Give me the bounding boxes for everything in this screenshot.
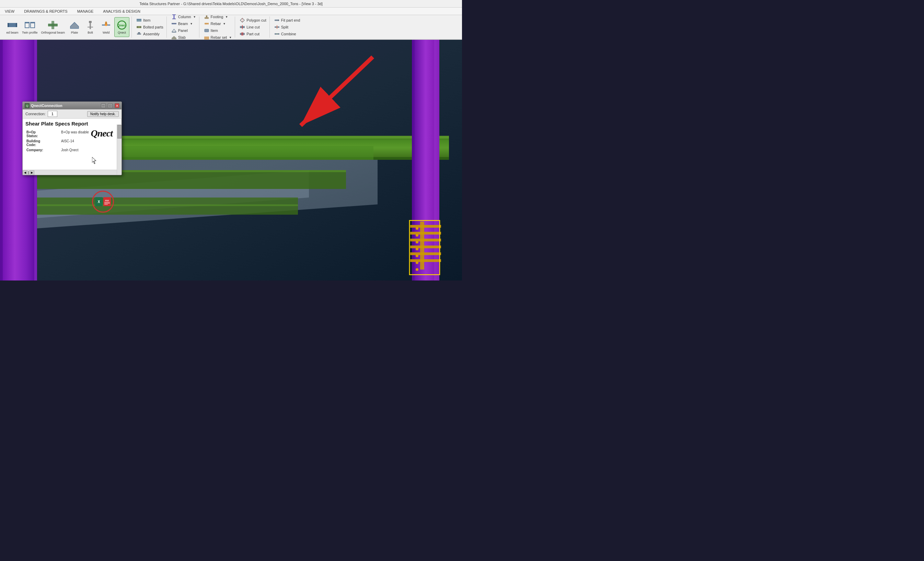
svg-rect-82 — [420, 221, 424, 269]
pdf-export-icon[interactable]: PDF — [104, 197, 111, 206]
svg-rect-56 — [274, 33, 277, 34]
orthogonal-beam-icon — [47, 19, 58, 30]
orthogonal-beam-button[interactable]: Orthogonal beam — [40, 17, 67, 37]
title-bar: Tekla Structures Partner - G:\Shared dri… — [0, 0, 462, 7]
rebar-set-icon — [204, 34, 209, 40]
dialog-maximize-button[interactable]: □ — [108, 103, 112, 108]
qnect-button[interactable]: Qnect Qnect — [114, 17, 129, 37]
qnect-connection-dialog: Q QnectConnection ─ □ ✕ Connection: Noti… — [22, 102, 122, 175]
footing-icon — [204, 14, 209, 19]
ed-beam-icon — [7, 19, 18, 30]
menu-drawings-reports[interactable]: DRAWINGS & REPORTS — [22, 9, 69, 14]
scrollbar-thumb-v[interactable] — [117, 125, 122, 139]
vertical-scrollbar[interactable] — [117, 124, 122, 175]
bolted-parts-icon — [136, 24, 142, 30]
scroll-left-button[interactable]: ◀ — [22, 171, 27, 175]
svg-point-83 — [416, 227, 418, 230]
dialog-titlebar[interactable]: Q QnectConnection ─ □ ✕ — [22, 102, 122, 109]
item2-button[interactable]: Item — [203, 27, 233, 34]
fit-part-end-label: Fit part end — [281, 18, 300, 22]
assembly-label: Assembly — [143, 32, 160, 36]
weld-label: Weld — [103, 31, 110, 34]
svg-point-86 — [416, 248, 418, 250]
scroll-right-button[interactable]: ▶ — [30, 171, 34, 175]
combine-button[interactable]: Combine — [273, 31, 302, 37]
item2-label: Item — [211, 28, 218, 33]
dialog-close-button[interactable]: ✕ — [115, 103, 120, 108]
polygon-cut-icon — [240, 18, 245, 23]
twin-profile-button[interactable]: Twin profile — [21, 17, 39, 37]
part-cut-icon — [240, 31, 245, 37]
export-icons-group: X PDF — [95, 197, 111, 206]
column-icon — [171, 14, 177, 19]
qnect-logo-text: Qnect — [91, 128, 112, 139]
line-cut-button[interactable]: Line cut — [238, 24, 267, 30]
beam2-icon — [171, 21, 177, 26]
weld-button[interactable]: Weld — [99, 17, 114, 37]
bolt-button[interactable]: Bolt — [83, 17, 98, 37]
xlsx-export-icon[interactable]: X — [95, 197, 103, 206]
panel-label: Panel — [178, 28, 188, 33]
svg-rect-41 — [205, 29, 209, 32]
part-cut-button[interactable]: Part cut — [238, 31, 267, 37]
ed-beam-label: ed beam — [6, 31, 18, 34]
svg-point-25 — [137, 33, 138, 34]
menu-analysis-design[interactable]: ANALYSIS & DESIGN — [102, 9, 142, 14]
column-dropdown[interactable]: ▼ — [193, 15, 196, 18]
scrollbar-thumb-h[interactable] — [28, 171, 29, 175]
split-label: Split — [281, 25, 288, 29]
report-row-company: Company: Josh Qnect — [26, 147, 118, 153]
bolt-icon — [85, 19, 96, 30]
toolbar-cut-group: Polygon cut Line cut Part cut — [237, 16, 270, 38]
slab-button[interactable]: Slab — [170, 34, 197, 40]
fit-part-end-button[interactable]: Fit part end — [273, 17, 302, 23]
rebar-dropdown[interactable]: ▼ — [223, 22, 226, 25]
rebar-set-label: Rebar set — [211, 35, 227, 39]
rebar-button[interactable]: Rebar ▼ — [203, 21, 233, 27]
svg-rect-80 — [410, 252, 441, 255]
svg-rect-44 — [204, 39, 209, 39]
connection-label: Connection: — [26, 112, 46, 116]
rebar-set-dropdown[interactable]: ▼ — [229, 36, 232, 39]
beam-label: Beam — [178, 22, 188, 26]
column-button[interactable]: Column ▼ — [170, 14, 197, 20]
item-list-icon — [136, 18, 142, 23]
svg-point-88 — [416, 261, 418, 264]
notify-help-desk-button[interactable]: Notify help desk. — [87, 111, 119, 117]
split-button[interactable]: Split — [273, 24, 302, 30]
part-cut-label: Part cut — [246, 32, 260, 36]
svg-point-22 — [140, 26, 141, 28]
toolbar-beam-tools-group: ed beam Twin profile Ortho — [3, 16, 132, 38]
plate-button[interactable]: Plate — [67, 17, 82, 37]
company-label: Company: — [26, 147, 60, 153]
dialog-title: QnectConnection — [31, 103, 99, 108]
polygon-cut-button[interactable]: Polygon cut — [238, 17, 267, 23]
bolted-parts-button[interactable]: Bolted parts — [135, 24, 164, 30]
panel-button[interactable]: Panel — [170, 27, 197, 34]
assembly-button[interactable]: Assembly — [135, 31, 164, 37]
menu-manage[interactable]: MANAGE — [76, 9, 95, 14]
svg-rect-43 — [204, 38, 209, 38]
viewport-3d[interactable]: Q QnectConnection ─ □ ✕ Connection: Noti… — [0, 40, 462, 280]
svg-rect-6 — [30, 22, 34, 23]
horizontal-scrollbar[interactable]: ◀ ▶ — [22, 170, 117, 175]
beam-dropdown[interactable]: ▼ — [190, 22, 193, 25]
line-cut-label: Line cut — [246, 25, 260, 29]
ed-beam-button[interactable]: ed beam — [5, 17, 20, 37]
toolbar-rebar-group: Footing ▼ Rebar ▼ Item — [201, 16, 236, 38]
combine-label: Combine — [281, 32, 296, 36]
bop-status-label: B+OpStatus: — [26, 130, 60, 139]
dialog-inner-toolbar: Connection: Notify help desk. — [22, 109, 122, 119]
split-icon — [274, 24, 280, 30]
menu-view[interactable]: VIEW — [3, 9, 16, 14]
column-label: Column — [178, 15, 191, 19]
svg-rect-79 — [410, 245, 441, 248]
assembly-icon — [136, 31, 142, 37]
beam-button[interactable]: Beam ▼ — [170, 21, 197, 27]
dialog-minimize-button[interactable]: ─ — [101, 103, 106, 108]
connection-input[interactable] — [48, 111, 57, 117]
footing-dropdown[interactable]: ▼ — [225, 15, 228, 18]
footing-button[interactable]: Footing ▼ — [203, 14, 233, 20]
rebar-set-button[interactable]: Rebar set ▼ — [203, 34, 233, 40]
item-list-button[interactable]: Item — [135, 17, 164, 23]
